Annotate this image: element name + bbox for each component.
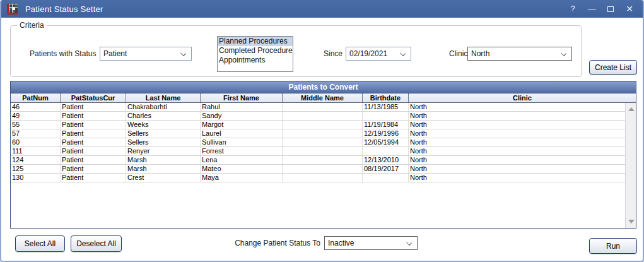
maximize-button[interactable] (601, 0, 620, 18)
column-header[interactable]: Middle Name (283, 93, 363, 102)
change-status-combobox[interactable]: Inactive (324, 236, 418, 250)
table-cell: Patient (61, 121, 126, 129)
table-cell: Marsh (126, 165, 201, 173)
table-row[interactable]: 130PatientCrestMayaNorth (11, 174, 625, 182)
patients-with-status-label: Patients with Status (30, 49, 96, 58)
table-cell: North (409, 121, 625, 129)
table-cell: Sellers (126, 129, 201, 138)
minimize-button[interactable]: — (582, 0, 601, 18)
close-button[interactable]: ✕ (620, 0, 639, 18)
table-cell: Patient (61, 129, 126, 138)
table-cell: Maya (201, 174, 283, 182)
scroll-down-icon[interactable] (628, 220, 635, 223)
column-header[interactable]: PatNum (11, 93, 61, 102)
table-cell (283, 156, 363, 164)
create-list-button[interactable]: Create List (589, 60, 637, 74)
table-cell (363, 112, 409, 120)
table-cell (363, 147, 409, 155)
chevron-down-icon (180, 51, 186, 56)
table-cell: Renyer (126, 147, 201, 155)
table-cell: North (409, 165, 625, 173)
table-row[interactable]: 46PatientChakrabarhtiRahul11/13/1985Nort… (11, 103, 625, 112)
table-cell: Lena (201, 156, 283, 164)
table-row[interactable]: 125PatientMarshMateo08/19/2017North (11, 165, 625, 174)
help-button[interactable]: ? (563, 0, 582, 18)
clinic-label: Clinic (449, 49, 467, 58)
table-cell: 08/19/2017 (363, 165, 409, 173)
patient-status-setter-window: Patient Status Setter ? — ✕ Criteria Pat… (0, 0, 644, 262)
chevron-down-icon (400, 51, 406, 56)
table-cell: North (409, 129, 625, 138)
listbox-item[interactable]: Completed Procedure (218, 46, 293, 56)
table-cell: Sullivan (201, 138, 283, 146)
table-cell: Patient (61, 156, 126, 164)
table-cell: North (409, 112, 625, 120)
table-cell: 111 (11, 147, 61, 155)
run-button[interactable]: Run (589, 238, 637, 254)
table-cell (283, 165, 363, 173)
grid-header-row: PatNumPatStatusCurLast NameFirst NameMid… (11, 93, 636, 103)
criteria-group: Criteria Patients with Status Patient Pl… (10, 25, 582, 77)
table-row[interactable]: 49PatientCharlesSandyNorth (11, 112, 625, 121)
table-cell: Patient (61, 147, 126, 155)
table-cell (283, 138, 363, 146)
table-cell: 60 (11, 138, 61, 146)
app-icon (7, 4, 18, 15)
chevron-down-icon (406, 240, 412, 246)
table-row[interactable]: 111PatientRenyerForrestNorth (11, 147, 625, 156)
clinic-value: North (471, 49, 489, 58)
grid-body: 46PatientChakrabarhtiRahul11/13/1985Nort… (11, 103, 625, 228)
table-row[interactable]: 57PatientSellersLaurel12/19/1996North (11, 129, 625, 138)
procedures-listbox[interactable]: Planned ProceduresCompleted ProcedureApp… (217, 36, 293, 72)
select-all-button[interactable]: Select All (15, 235, 65, 252)
table-cell (283, 112, 363, 120)
table-cell: 12/19/1996 (363, 129, 409, 138)
column-header[interactable]: Last Name (126, 93, 201, 102)
deselect-all-button[interactable]: Deselect All (71, 235, 122, 252)
column-header[interactable]: Birthdate (363, 93, 409, 102)
since-combobox[interactable]: 02/19/2021 (346, 47, 411, 61)
criteria-group-label: Criteria (17, 21, 47, 30)
patients-grid: Patients to Convert PatNumPatStatusCurLa… (10, 81, 636, 229)
listbox-item[interactable]: Planned Procedures (218, 37, 293, 46)
title-bar[interactable]: Patient Status Setter ? — ✕ (1, 0, 643, 18)
patient-status-combobox[interactable]: Patient (100, 47, 192, 61)
table-cell: North (409, 103, 625, 111)
patient-status-value: Patient (103, 49, 127, 58)
table-cell: 49 (11, 112, 61, 120)
table-cell (283, 147, 363, 155)
listbox-item[interactable]: Appointments (218, 56, 293, 65)
column-header[interactable]: PatStatusCur (61, 93, 126, 102)
table-cell: 55 (11, 121, 61, 129)
table-cell: North (409, 147, 625, 155)
grid-title: Patients to Convert (11, 81, 636, 93)
change-status-label: Change Patient Status To (216, 239, 320, 247)
vertical-scrollbar[interactable] (625, 103, 636, 228)
table-cell: 11/19/1984 (363, 121, 409, 129)
table-cell: Sandy (201, 112, 283, 120)
table-cell: 12/05/1994 (363, 138, 409, 146)
table-cell: 125 (11, 165, 61, 173)
table-cell: Marsh (126, 156, 201, 164)
scroll-up-icon[interactable] (628, 107, 635, 111)
table-cell: Crest (126, 174, 201, 182)
table-cell: 57 (11, 129, 61, 138)
table-cell (363, 174, 409, 182)
table-row[interactable]: 124PatientMarshLena12/13/2010North (11, 156, 625, 165)
table-cell: Patient (61, 103, 126, 111)
table-cell: North (409, 174, 625, 182)
table-cell: Chakrabarhti (126, 103, 201, 111)
table-cell: North (409, 138, 625, 146)
column-header[interactable]: Clinic (409, 93, 636, 102)
table-cell: Patient (61, 138, 126, 146)
column-header[interactable]: First Name (201, 93, 283, 102)
table-row[interactable]: 60PatientSellersSullivan12/05/1994North (11, 138, 625, 147)
table-row[interactable]: 55PatientWeeksMargot11/19/1984North (11, 121, 625, 129)
table-cell (283, 129, 363, 138)
table-cell: 130 (11, 174, 61, 182)
change-status-value: Inactive (328, 239, 354, 247)
since-value: 02/19/2021 (349, 49, 387, 58)
table-cell: Mateo (201, 165, 283, 173)
clinic-combobox[interactable]: North (467, 47, 572, 61)
table-cell (283, 121, 363, 129)
